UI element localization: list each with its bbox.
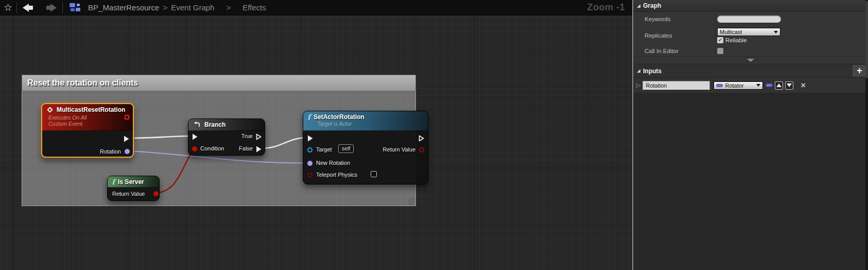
breadcrumb-item-blueprint[interactable]: BP_MasterResource [88,3,159,12]
target-default-value[interactable]: self [338,144,354,153]
blueprint-editor: Reset the rotation on clients MulticastR… [0,0,868,270]
reliable-label: Reliable [725,37,747,43]
pin-label: Return Value [383,146,415,153]
input-name-field[interactable] [643,81,710,90]
exec-in-pin[interactable] [307,134,314,142]
teleport-physics-in-pin[interactable] [307,173,313,178]
node-subtitle: Custom Event [48,121,129,127]
replicated-event-badge-icon [125,115,129,120]
column-divider [715,45,716,56]
section-title: Inputs [643,68,662,75]
container-type-pill-icon[interactable] [766,83,773,87]
pin-label: Condition [200,145,224,151]
forward-arrow-icon[interactable] [45,4,57,12]
comment-header[interactable]: Reset the rotation on clients [22,75,416,91]
rotation-out-pin[interactable] [125,149,130,154]
inputs-section-header[interactable]: Inputs + [633,64,868,78]
blueprint-icon [70,3,82,12]
new-rotation-in-pin[interactable] [307,161,313,166]
node-subtitle: Target is Actor [317,121,424,127]
toolbar-divider [62,2,63,13]
pin-label: Target [316,146,332,153]
add-input-button[interactable]: + [853,65,866,77]
pin-label: Return Value [112,191,145,197]
breadcrumb-bar: ☆ BP_MasterResource > Event Graph > Effe… [0,0,632,15]
exec-out-pin[interactable] [418,134,425,142]
input-type-value: Rotator [725,82,743,89]
panel-empty-area [633,93,868,270]
arrow-down-icon [787,83,792,87]
node-header[interactable]: MulticastResetRotation Executes On All C… [42,104,133,131]
row-expander-icon[interactable]: ▷ [636,82,640,89]
favorite-star-icon[interactable]: ☆ [4,3,12,12]
dropdown-arrow-icon [756,84,760,87]
call-in-editor-checkbox[interactable] [717,48,723,54]
node-set-actor-rotation[interactable]: f SetActorRotation Target is Actor Targe… [303,111,428,184]
keywords-label: Keywords [633,16,715,22]
breadcrumb-chevron: > [163,3,167,12]
return-value-out-pin[interactable] [419,147,424,153]
move-down-button[interactable] [785,81,793,90]
advanced-expander[interactable] [633,56,868,64]
reliable-checkbox[interactable]: ✔ [717,37,723,43]
keywords-input[interactable] [717,15,781,23]
back-arrow-icon[interactable] [23,4,34,12]
teleport-physics-checkbox[interactable] [371,171,377,177]
dropdown-arrow-icon [774,31,778,33]
input-row-rotation: ▷ Rotator × [633,78,868,93]
node-multicast-reset-rotation[interactable]: MulticastResetRotation Executes On All C… [41,103,134,158]
target-in-pin[interactable] [307,147,313,153]
pin-label: New Rotation [316,160,350,166]
node-title: MulticastResetRotation [57,106,125,113]
false-exec-out-pin[interactable] [255,145,262,153]
move-up-button[interactable] [775,81,783,90]
comment-title: Reset the rotation on clients [27,78,138,88]
custom-event-icon [47,107,53,112]
chevron-down-icon [747,59,754,62]
pin-label: Rotation [100,148,121,155]
exec-out-pin[interactable] [123,135,130,143]
replicates-value: Multicast [720,29,742,35]
expand-triangle-icon [637,69,640,73]
node-branch[interactable]: Branch True Condition False [188,119,265,156]
node-is-server[interactable]: f Is Server Return Value [107,176,160,201]
exec-in-pin[interactable] [192,133,198,141]
node-header[interactable]: f SetActorRotation Target is Actor [303,111,428,131]
rotator-type-pill-icon [716,84,723,87]
input-type-dropdown[interactable]: Rotator [714,81,763,90]
node-title: Is Server [118,178,144,185]
column-divider [715,26,716,45]
call-in-editor-label: Call In Editor [633,48,715,54]
breadcrumb-chevron: > [226,3,231,12]
replicates-row: Replicates Multicast ✔ Reliable [633,26,868,45]
function-icon: f [112,179,115,185]
replicates-dropdown[interactable]: Multicast [717,28,780,36]
toolbar-divider [16,2,17,13]
replicates-label: Replicates [633,32,715,39]
branch-icon [194,122,200,128]
delete-input-button[interactable]: × [801,81,805,90]
node-subtitle: Executes On All [48,114,129,121]
node-title: SetActorRotation [314,113,364,121]
details-panel: Graph Keywords Replicates Multicast ✔ Re… [633,0,868,270]
pin-label: Teleport Physics [316,172,357,178]
pin-label: True [241,133,253,139]
graph-section-header[interactable]: Graph [633,0,868,12]
panel-scrollbar[interactable] [865,0,868,270]
condition-in-pin[interactable] [192,146,197,151]
true-exec-out-pin[interactable] [255,133,262,141]
node-header[interactable]: f Is Server [108,176,159,188]
event-graph-canvas[interactable]: Reset the rotation on clients MulticastR… [0,0,632,270]
return-value-out-pin[interactable] [153,191,159,196]
keywords-row: Keywords [633,12,868,26]
pin-label: False [239,145,253,151]
scrollbar-thumb[interactable] [865,1,868,78]
zoom-level-label: Zoom -1 [587,2,626,13]
node-header[interactable]: Branch [188,119,265,131]
section-title: Graph [643,2,661,9]
function-icon: f [307,114,310,120]
node-title: Branch [204,121,225,128]
breadcrumb-item-effects[interactable]: Effects [242,3,266,12]
comment-resize-handle[interactable] [408,198,414,205]
breadcrumb-item-event-graph[interactable]: Event Graph [171,3,214,12]
